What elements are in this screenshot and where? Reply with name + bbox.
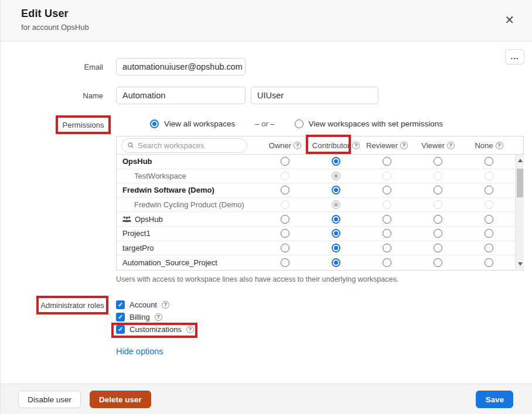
radio-none: [485, 172, 493, 180]
radio-contributor[interactable]: [332, 229, 340, 238]
first-name-field[interactable]: [116, 87, 245, 104]
radio-owner[interactable]: [281, 186, 289, 194]
permissions-label-box: Permissions: [56, 115, 111, 134]
radio-none[interactable]: [485, 258, 493, 267]
scrollbar-thumb[interactable]: [517, 169, 523, 197]
radio-viewer[interactable]: [434, 215, 442, 224]
admin-role-billing: ✓Billing?: [116, 313, 194, 321]
admin-roles-label-box: Administrator roles: [36, 296, 108, 314]
radio-owner[interactable]: [281, 157, 289, 166]
workspace-permissions-table: Owner?Contributor?Reviewer?Viewer?None? …: [116, 136, 524, 271]
save-button[interactable]: Save: [476, 391, 513, 408]
radio-none[interactable]: [485, 215, 493, 224]
workspace-rows: OpsHubTestWorkspaceFredwin Software (Dem…: [117, 155, 523, 270]
radio-reviewer[interactable]: [383, 244, 391, 252]
radio-reviewer[interactable]: [383, 258, 391, 267]
radio-contributor[interactable]: [332, 215, 340, 224]
team-icon: [122, 215, 131, 223]
checkbox-billing[interactable]: ✓: [116, 313, 125, 321]
view-set-permissions-radio[interactable]: [295, 119, 303, 128]
table-row: OpsHub: [117, 212, 523, 227]
radio-none[interactable]: [485, 186, 493, 194]
close-icon[interactable]: ✕: [504, 13, 514, 27]
radio-reviewer[interactable]: [383, 186, 391, 194]
table-row: Project1: [117, 227, 523, 241]
view-set-permissions-label: View workspaces with set permissions: [309, 119, 443, 128]
workspace-name: Fredwin Cycling Product (Demo): [117, 200, 260, 209]
radio-reviewer[interactable]: [383, 157, 391, 166]
disable-user-button[interactable]: Disable user: [18, 391, 81, 408]
radio-owner: [281, 172, 289, 180]
workspace-name: Project1: [117, 229, 260, 238]
radio-reviewer[interactable]: [383, 215, 391, 224]
radio-contributor: [332, 200, 340, 209]
radio-viewer[interactable]: [434, 229, 442, 238]
radio-viewer: [434, 200, 442, 209]
help-icon[interactable]: ?: [400, 142, 408, 149]
scroll-up-icon[interactable]: [516, 156, 524, 165]
radio-owner[interactable]: [281, 258, 289, 267]
view-all-workspaces-label: View all workspaces: [164, 119, 235, 128]
radio-contributor[interactable]: [332, 157, 340, 166]
dialog-footer: Disable user Delete user Save: [1, 384, 532, 414]
admin-role-customizations: ✓Customizations?: [116, 325, 194, 334]
checkbox-customizations[interactable]: ✓: [116, 325, 125, 334]
radio-contributor[interactable]: [332, 186, 340, 194]
radio-owner[interactable]: [281, 244, 289, 252]
more-options-button[interactable]: ...: [505, 49, 524, 64]
help-icon[interactable]: ?: [352, 142, 360, 149]
admin-role-label: Billing: [129, 313, 150, 321]
dialog-header: Edit User for account OpsHub ✕: [1, 0, 532, 42]
radio-contributor[interactable]: [332, 244, 340, 252]
radio-owner[interactable]: [281, 215, 289, 224]
admin-role-label: Account: [129, 300, 157, 309]
email-field[interactable]: [116, 58, 245, 76]
table-scrollbar[interactable]: [515, 155, 524, 269]
radio-none[interactable]: [485, 244, 493, 252]
table-row: OpsHub: [117, 155, 523, 169]
table-footnote: Users with access to workspace lines als…: [116, 275, 398, 283]
radio-none[interactable]: [485, 229, 493, 238]
view-all-workspaces-radio[interactable]: [150, 119, 159, 128]
hide-options-link[interactable]: Hide options: [116, 347, 163, 356]
dialog-subtitle: for account OpsHub: [21, 23, 532, 32]
radio-viewer[interactable]: [434, 258, 442, 267]
help-icon[interactable]: ?: [294, 142, 301, 149]
last-name-field[interactable]: [251, 87, 378, 104]
column-header-viewer: Viewer?: [412, 141, 463, 150]
help-icon[interactable]: ?: [155, 313, 162, 321]
help-icon[interactable]: ?: [186, 326, 194, 333]
radio-viewer: [434, 172, 442, 180]
admin-role-label: Customizations: [129, 325, 182, 334]
help-icon[interactable]: ?: [162, 301, 169, 309]
workspace-name: Automation_Source_Project: [117, 258, 260, 267]
checkbox-account[interactable]: ✓: [116, 300, 125, 309]
radio-viewer[interactable]: [434, 157, 442, 166]
admin-roles-label: Administrator roles: [36, 296, 108, 314]
radio-viewer[interactable]: [434, 244, 442, 252]
help-icon[interactable]: ?: [447, 142, 455, 149]
workspace-name: OpsHub: [117, 157, 260, 166]
radio-none[interactable]: [485, 157, 493, 166]
workspace-name: OpsHub: [117, 215, 260, 224]
workspace-name: Fredwin Software (Demo): [117, 186, 260, 194]
search-wrap: [117, 138, 260, 153]
search-input[interactable]: [138, 141, 241, 150]
delete-user-button[interactable]: Delete user: [90, 391, 151, 408]
email-label: Email: [1, 63, 103, 71]
radio-owner[interactable]: [281, 229, 289, 238]
permissions-label: Permissions: [56, 115, 111, 134]
table-row: Automation_Source_Project: [117, 255, 523, 270]
name-label: Name: [1, 91, 103, 100]
radio-viewer[interactable]: [434, 186, 442, 194]
dialog-title: Edit User: [21, 8, 532, 20]
radio-contributor[interactable]: [332, 258, 340, 267]
workspace-search[interactable]: [121, 138, 247, 153]
radio-reviewer[interactable]: [383, 229, 391, 238]
help-icon[interactable]: ?: [496, 142, 503, 149]
scroll-down-icon[interactable]: [516, 259, 524, 268]
column-header-contributor: Contributor?: [311, 141, 362, 150]
radio-reviewer: [383, 172, 391, 180]
permissions-view-options: View all workspaces – or – View workspac…: [150, 119, 443, 128]
workspace-name: targetPro: [117, 244, 260, 252]
